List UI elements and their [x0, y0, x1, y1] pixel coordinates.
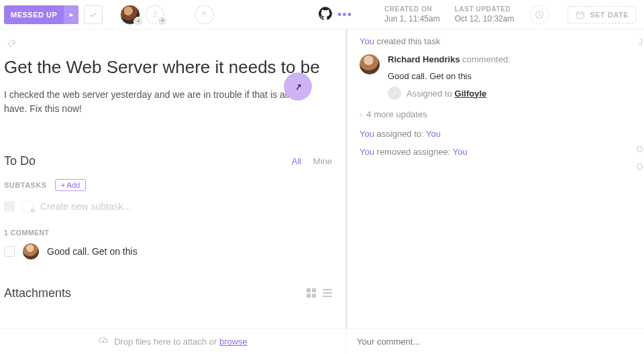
subtasks-header: SUBTASKS + Add — [4, 179, 345, 191]
github-button[interactable] — [319, 7, 332, 23]
check-icon — [89, 10, 98, 19]
priority-flag-button[interactable] — [195, 5, 214, 24]
created-on: CREATED ON Jun 1, 11:45am — [384, 5, 440, 23]
status-button[interactable]: MESSED UP ▸ — [4, 5, 78, 24]
activity-you-link[interactable]: You — [360, 129, 374, 139]
tag-icon[interactable] — [7, 39, 17, 50]
flag-icon — [201, 11, 209, 19]
svg-rect-4 — [307, 288, 311, 292]
drag-handle-icon[interactable]: ⋮⋮ — [4, 201, 15, 212]
attachments-header: Attachments — [4, 286, 345, 300]
attachments-heading: Attachments — [4, 286, 71, 300]
todo-header: To Do All Mine — [4, 154, 345, 168]
activity-comment: Richard Hendriks commented: Good call. G… — [360, 54, 641, 100]
time-tracking-button[interactable] — [530, 5, 549, 24]
activity-edge-text: J — [639, 38, 643, 47]
activity-you-link[interactable]: You — [453, 147, 468, 157]
activity-you-link[interactable]: You — [426, 129, 441, 139]
set-date-button[interactable]: SET DATE — [568, 6, 636, 23]
add-watcher-button[interactable]: + — [146, 5, 164, 24]
comment-composer — [345, 329, 644, 354]
svg-rect-7 — [312, 294, 316, 298]
todo-heading: To Do — [4, 154, 36, 168]
github-icon — [319, 7, 332, 20]
activity-you-link[interactable]: You — [360, 36, 374, 46]
more-updates-toggle[interactable]: ›4 more updates — [360, 109, 641, 119]
dropzone[interactable]: Drop files here to attach or browse — [0, 329, 345, 354]
commenter-name[interactable]: Richard Hendriks — [388, 54, 460, 64]
task-description[interactable]: I checked the web server yesterday and w… — [4, 88, 326, 117]
filter-all[interactable]: All — [292, 156, 301, 166]
comment-input[interactable] — [357, 337, 633, 347]
svg-rect-5 — [312, 288, 316, 292]
activity-created: You created this task J — [360, 36, 641, 46]
new-subtask-placeholder[interactable]: Create new subtask... — [40, 201, 131, 212]
attachment-view-toggles — [305, 287, 333, 299]
upload-icon — [98, 335, 109, 348]
activity-you-link[interactable]: You — [360, 147, 374, 157]
task-body: Get the Web Server where it needs to be … — [0, 30, 644, 329]
svg-rect-10 — [323, 296, 332, 297]
subtasks-label: SUBTASKS — [4, 181, 47, 189]
todo-filters: All Mine — [292, 156, 332, 166]
calendar-icon — [575, 9, 586, 20]
subtask-assignee-placeholder-icon[interactable] — [21, 200, 34, 213]
svg-rect-2 — [577, 12, 584, 18]
comment-checkbox[interactable] — [4, 246, 15, 257]
grid-icon — [306, 288, 317, 298]
activity-comment-body: Good call. Get on this — [388, 71, 641, 81]
toolbar: MESSED UP ▸ + + ••• CREATED ON Jun 1, 11… — [0, 0, 644, 30]
left-pane: Get the Web Server where it needs to be … — [0, 30, 345, 329]
comment-text: Good call. Get on this — [47, 246, 138, 257]
dropzone-text: Drop files here to attach or — [114, 337, 219, 347]
svg-point-0 — [154, 11, 156, 14]
clock-icon — [534, 9, 545, 20]
filter-mine[interactable]: Mine — [313, 156, 332, 166]
updated-label: LAST UPDATED — [455, 5, 515, 13]
check-circle-icon: ✓ — [388, 86, 401, 100]
activity-avatar[interactable] — [360, 54, 380, 74]
add-assignee-icon[interactable]: + — [133, 17, 143, 26]
chevron-right-icon: › — [360, 109, 362, 119]
set-date-label: SET DATE — [590, 11, 629, 19]
svg-rect-9 — [323, 292, 332, 294]
last-updated: LAST UPDATED Oct 12, 10:32am — [455, 5, 515, 23]
task-title[interactable]: Get the Web Server where it needs to be — [4, 56, 345, 78]
activity-edge-text: O — [637, 162, 643, 172]
footer: Drop files here to attach or browse — [0, 329, 644, 354]
comments-heading: 1 COMMENT — [4, 229, 345, 237]
assignee-avatar[interactable]: + — [120, 5, 140, 25]
complete-button[interactable] — [84, 5, 103, 24]
add-subtask-button[interactable]: + Add — [55, 179, 86, 191]
list-view-button[interactable] — [321, 287, 333, 299]
assignee-link[interactable]: Gilfoyle — [455, 88, 487, 99]
created-value: Jun 1, 11:45am — [384, 14, 440, 23]
activity-pane: You created this task J Richard Hendriks… — [345, 30, 644, 329]
status-caret-icon[interactable]: ▸ — [64, 5, 78, 24]
commenter-avatar[interactable] — [23, 243, 39, 259]
svg-rect-8 — [323, 289, 332, 290]
activity-assigned-sub: ✓ Assigned to Gilfoyle — [388, 86, 641, 100]
list-icon — [322, 288, 333, 298]
activity-assigned: You assigned to: You O — [360, 129, 641, 139]
grid-view-button[interactable] — [305, 287, 317, 299]
updated-value: Oct 12, 10:32am — [455, 14, 515, 23]
status-label: MESSED UP — [4, 5, 64, 24]
comment-item: Good call. Get on this — [4, 243, 345, 259]
activity-comment-header: Richard Hendriks commented: — [388, 54, 641, 64]
created-label: CREATED ON — [384, 5, 440, 13]
svg-point-3 — [13, 42, 14, 44]
activity-edge-text: O — [637, 145, 643, 154]
browse-link[interactable]: browse — [219, 337, 248, 347]
activity-removed: You removed assignee: You O — [360, 147, 641, 157]
svg-rect-6 — [307, 294, 311, 298]
new-subtask-row[interactable]: ⋮⋮ Create new subtask... — [4, 200, 345, 213]
more-menu-button[interactable]: ••• — [337, 9, 352, 21]
